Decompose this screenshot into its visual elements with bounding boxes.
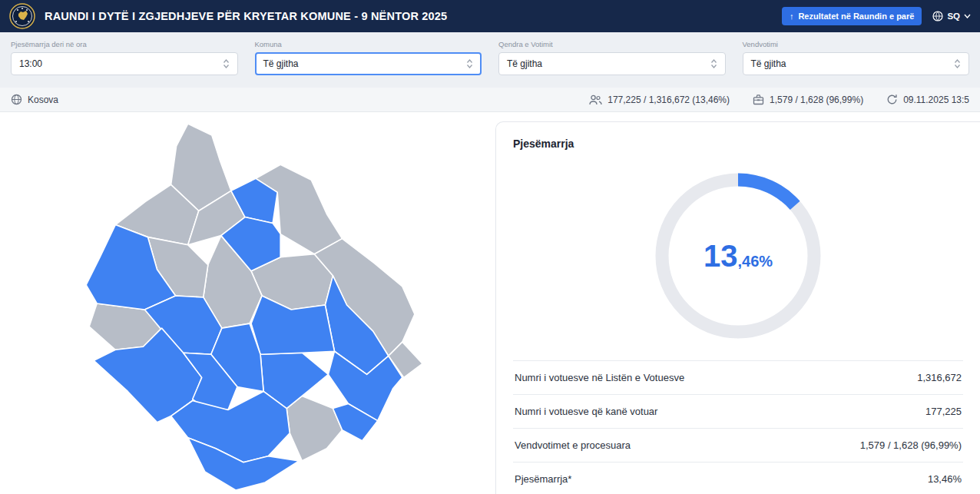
voting-center-select[interactable]: Të gjitha — [498, 52, 726, 75]
globe-region-icon — [11, 94, 22, 105]
filter-voting-center: Qendra e Votimit Të gjitha — [498, 40, 726, 75]
participation-title: Pjesëmarrja — [513, 138, 963, 150]
first-round-results-button[interactable]: ↑ Rezultatet në Raundin e parë — [782, 7, 922, 25]
kosovo-map[interactable] — [71, 121, 425, 492]
ballot-box-icon — [753, 94, 764, 105]
refresh-icon[interactable] — [886, 94, 898, 105]
polling-station-select[interactable]: Të gjitha — [743, 52, 970, 75]
globe-language-icon — [932, 11, 943, 22]
stat-row-value: 1,579 / 1,628 (96,99%) — [860, 439, 962, 451]
participation-table: Numri i votuesve në Listën e Votuesve 1,… — [513, 360, 963, 494]
stat-row: Pjesëmarrja* 13,46% — [513, 462, 963, 494]
percent-main: 13 — [704, 240, 738, 271]
filter-label: Vendvotimi — [743, 40, 970, 48]
stepper-icon — [954, 58, 961, 69]
percent-suffix: ,46% — [737, 253, 773, 270]
select-value: Të gjitha — [263, 58, 299, 69]
region-name: Kosova — [28, 94, 58, 105]
select-value: Të gjitha — [507, 58, 542, 69]
language-code: SQ — [947, 12, 960, 21]
stepper-icon — [223, 58, 230, 69]
last-updated-stat: 09.11.2025 13:5 — [886, 94, 969, 105]
chevron-down-icon — [964, 14, 971, 18]
map-panel — [0, 112, 495, 494]
komuna-select[interactable]: Të gjitha — [255, 52, 482, 75]
region-selector[interactable]: Kosova — [11, 94, 58, 105]
main-content: Pjesëmarrja 13 ,46% Numri i votuesve në … — [0, 112, 980, 494]
polling-stations-stat-value: 1,579 / 1,628 (96,99%) — [770, 94, 863, 105]
voters-stat: 177,225 / 1,316,672 (13,46%) — [589, 94, 730, 105]
filter-label: Qendra e Votimit — [498, 40, 726, 48]
voters-stat-value: 177,225 / 1,316,672 (13,46%) — [608, 94, 730, 105]
filter-participation-time: Pjesëmarrja deri në ora 13:00 — [11, 40, 238, 75]
filter-label: Komuna — [255, 40, 482, 48]
stepper-icon — [710, 58, 717, 69]
app-header: RAUNDI I DYTË I ZGJEDHJEVE PËR KRYETAR K… — [0, 0, 980, 32]
last-updated-value: 09.11.2025 13:5 — [903, 94, 969, 105]
stat-row: Numri i votuesve në Listën e Votuesve 1,… — [513, 360, 963, 394]
language-selector[interactable]: SQ — [932, 11, 971, 22]
filter-label: Pjesëmarrja deri në ora — [11, 40, 238, 48]
filter-komuna: Komuna Të gjitha — [255, 40, 482, 75]
stat-row-label: Numri i votuesve në Listën e Votuesve — [515, 372, 684, 383]
participation-card: Pjesëmarrja 13 ,46% Numri i votuesve në … — [495, 121, 980, 494]
stepper-icon — [466, 58, 473, 69]
first-round-results-label: Rezultatet në Raundin e parë — [798, 12, 914, 21]
stat-row-value: 177,225 — [925, 406, 962, 417]
arrow-up-icon: ↑ — [790, 12, 794, 21]
filter-polling-station: Vendvotimi Të gjitha — [743, 40, 970, 75]
municipality[interactable] — [286, 396, 342, 460]
summary-stats: 177,225 / 1,316,672 (13,46%) 1,579 / 1,6… — [589, 94, 969, 105]
stat-row: Numri i votuesve që kanë votuar 177,225 — [513, 394, 963, 428]
region-stats-bar: Kosova 177,225 / 1,316,672 (13,46%) — [0, 88, 980, 112]
stat-row-label: Pjesëmarrja* — [515, 473, 571, 485]
page-title: RAUNDI I DYTË I ZGJEDHJEVE PËR KRYETAR K… — [45, 10, 773, 22]
filter-bar: Pjesëmarrja deri në ora 13:00 Komuna Të … — [0, 32, 980, 88]
stat-row-value: 13,46% — [928, 473, 962, 485]
stat-row-label: Vendvotimet e procesuara — [515, 439, 631, 451]
voters-icon — [589, 94, 602, 105]
polling-stations-stat: 1,579 / 1,628 (96,99%) — [753, 94, 863, 105]
stat-row: Vendvotimet e procesuara 1,579 / 1,628 (… — [513, 428, 963, 462]
stat-row-value: 1,316,672 — [917, 372, 962, 383]
participation-time-select[interactable]: 13:00 — [11, 52, 238, 75]
select-value: Të gjitha — [751, 58, 786, 69]
stat-row-label: Numri i votuesve që kanë votuar — [515, 406, 657, 417]
kqz-logo — [9, 3, 35, 29]
donut-center-label: 13 ,46% — [649, 167, 827, 345]
select-value: 13:00 — [19, 58, 42, 69]
participation-donut-chart: 13 ,46% — [649, 167, 827, 345]
